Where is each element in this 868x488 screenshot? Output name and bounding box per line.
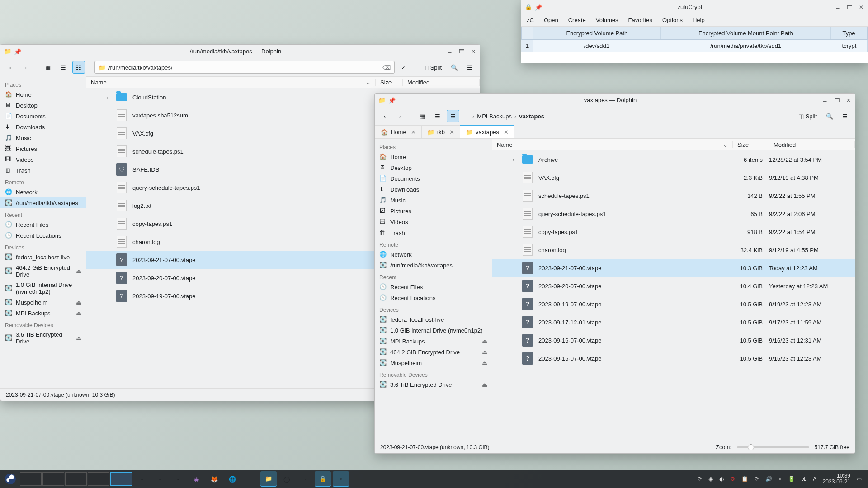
task-chrome[interactable]: 🌐 [224,471,241,487]
menu-volumes[interactable]: Volumes [596,17,618,23]
close-icon[interactable]: ✕ [411,129,416,136]
pager[interactable] [20,472,132,486]
compact-view-button[interactable]: ☰ [57,61,70,74]
file-row[interactable]: ?2023-09-21-07-00.vtape10.3 GiBToday at … [492,259,855,277]
close-button[interactable]: ✕ [846,98,851,103]
col-name[interactable]: Name⌄ [86,79,376,86]
crumb-vaxtapes[interactable]: vaxtapes [519,113,544,120]
clear-icon[interactable]: ⌫ [382,64,391,71]
zoom-slider[interactable] [737,446,809,448]
sidebar-item[interactable]: 💽fedora_localhost-live [0,252,86,263]
search-button[interactable]: 🔍 [448,61,461,74]
titlebar[interactable]: 🔒 📌 zuluCrypt 🗕 🗖 ✕ [521,0,868,14]
col-modified[interactable]: Modified [403,79,480,86]
minimize-button[interactable]: 🗕 [822,98,828,103]
sidebar-item[interactable]: 🎞Videos [375,216,492,227]
task-terminal[interactable]: ▪ [152,471,168,487]
pin-icon[interactable]: 📌 [14,48,20,55]
sidebar-item[interactable]: ⬇Downloads [0,122,86,132]
sidebar-item[interactable]: 💽464.2 GiB Encrypted Drive⏏ [375,347,492,357]
col-size[interactable]: Size [733,141,769,148]
updates-icon[interactable]: ⟳ [755,476,759,482]
sidebar-item[interactable]: 📄Documents [375,173,492,184]
sidebar-item[interactable]: 🕓Recent Locations [0,230,86,241]
sidebar-item[interactable]: 💽3.6 TiB Encrypted Drive⏏ [0,329,86,347]
file-row[interactable]: ?2023-09-15-07-00.vtape10.5 GiB9/15/23 a… [492,349,855,367]
search-button[interactable]: 🔍 [823,110,836,122]
forward-button[interactable]: › [19,61,32,74]
col-modified[interactable]: Modified [769,141,855,148]
desktop-1[interactable] [20,472,42,486]
sidebar-item[interactable]: 🌐Network [375,249,492,260]
maximize-button[interactable]: 🗖 [459,49,464,54]
tab-home[interactable]: 🏠Home✕ [375,125,422,138]
sidebar-item[interactable]: 🖥Desktop [0,100,86,111]
tab-tkb[interactable]: 📁tkb✕ [421,125,460,138]
titlebar[interactable]: 📁 📌 vaxtapes — Dolphin 🗕 🗖 ✕ [375,94,855,107]
file-row[interactable]: copy-tapes.ps1918 B9/2/22 at 1:54 PM [492,223,855,241]
desktop-4[interactable] [88,472,109,486]
back-button[interactable]: ‹ [378,110,391,122]
task-emacs[interactable]: ◉ [188,471,204,487]
expand-icon[interactable]: › [510,156,517,163]
maximize-button[interactable]: 🗖 [834,98,840,103]
pin-icon[interactable]: 📌 [388,97,395,103]
file-row[interactable]: ?2023-09-17-12-01.vtape10.5 GiB9/17/23 a… [492,313,855,331]
sidebar-item[interactable]: 🎵Music [0,132,86,143]
split-button[interactable]: ◫ Split [795,110,821,122]
task-dolphin[interactable]: 📁 [260,471,277,487]
eject-icon[interactable]: ⏏ [76,310,81,317]
task-konsole2[interactable]: ▪ [170,471,186,487]
hamburger-button[interactable]: ☰ [839,110,851,122]
eject-icon[interactable]: ⏏ [482,381,487,388]
menu-favorites[interactable]: Favorites [628,17,652,23]
start-button[interactable] [3,471,18,487]
menu-zc[interactable]: zC [527,17,534,23]
details-view-button[interactable]: ☷ [72,61,85,74]
network-icon[interactable]: 🖧 [801,476,807,482]
sidebar-item[interactable]: 🏠Home [375,151,492,162]
sidebar-item[interactable]: 📄Documents [0,111,86,122]
close-button[interactable]: ✕ [471,49,476,54]
desktop-2[interactable] [42,472,64,486]
pin-icon[interactable]: 📌 [535,4,541,10]
file-row[interactable]: ?2023-09-16-07-00.vtape10.5 GiB9/16/23 a… [492,331,855,349]
split-button[interactable]: ◫ Split [420,61,445,74]
eject-icon[interactable]: ⏏ [76,268,81,275]
sidebar-item[interactable]: 💽/run/media/tkb/vaxtapes [375,260,492,271]
sidebar-item[interactable]: 💽MPLBackups⏏ [375,336,492,347]
hamburger-button[interactable]: ☰ [463,61,476,74]
file-row[interactable]: schedule-tapes.ps1142 B9/2/22 at 1:55 PM [492,187,855,205]
eject-icon[interactable]: ⏏ [482,338,487,345]
sidebar-item[interactable]: 💽3.6 TiB Encrypted Drive⏏ [375,379,492,390]
titlebar[interactable]: 📁 📌 /run/media/tkb/vaxtapes — Dolphin 🗕 … [0,45,480,58]
sidebar-item[interactable]: 🎞Videos [0,154,86,165]
table-row[interactable]: 1 /dev/sdd1 /run/media/private/tkb/sdd1 … [521,40,868,52]
task-app3[interactable]: ▫ [297,471,313,487]
crumb-mplbackups[interactable]: MPLBackups [477,113,512,120]
sidebar-item[interactable]: 🕓Recent Locations [375,292,492,303]
compact-view-button[interactable]: ☰ [431,110,444,122]
path-input[interactable]: 📁 /run/media/tkb/vaxtapes/ ⌫ [94,61,395,74]
task-app1[interactable]: ▫ [242,471,259,487]
task-konsole[interactable]: ▪ [134,471,150,487]
menu-create[interactable]: Create [568,17,586,23]
sidebar-item[interactable]: 🏠Home [0,89,86,100]
menu-options[interactable]: Options [662,17,683,23]
sidebar-item[interactable]: 💽Muspelheim⏏ [0,297,86,308]
col-name[interactable]: Name⌄ [492,141,733,148]
breadcrumb[interactable]: › MPLBackups › vaxtapes [469,113,792,120]
file-row[interactable]: query-schedule-tapes.ps165 B9/2/22 at 2:… [492,205,855,223]
col-path[interactable]: Encrypted Volume Path [533,27,661,39]
task-zulucrypt[interactable]: 🔒 [315,471,331,487]
eject-icon[interactable]: ⏏ [482,349,487,356]
sidebar-item[interactable]: ⬇Downloads [375,184,492,195]
minimize-button[interactable]: 🗕 [835,5,840,10]
file-row[interactable]: ?2023-09-20-07-00.vtape10.4 GiBYesterday… [492,277,855,295]
sidebar-item[interactable]: 🎵Music [375,195,492,206]
sidebar-item[interactable]: 🕓Recent Files [0,219,86,230]
eject-icon[interactable]: ⏏ [482,360,487,366]
discord-icon[interactable]: ◉ [708,476,713,482]
sidebar-item[interactable]: 💽464.2 GiB Encrypted Drive⏏ [0,263,86,280]
sidebar-item[interactable]: 🗑Trash [0,165,86,176]
